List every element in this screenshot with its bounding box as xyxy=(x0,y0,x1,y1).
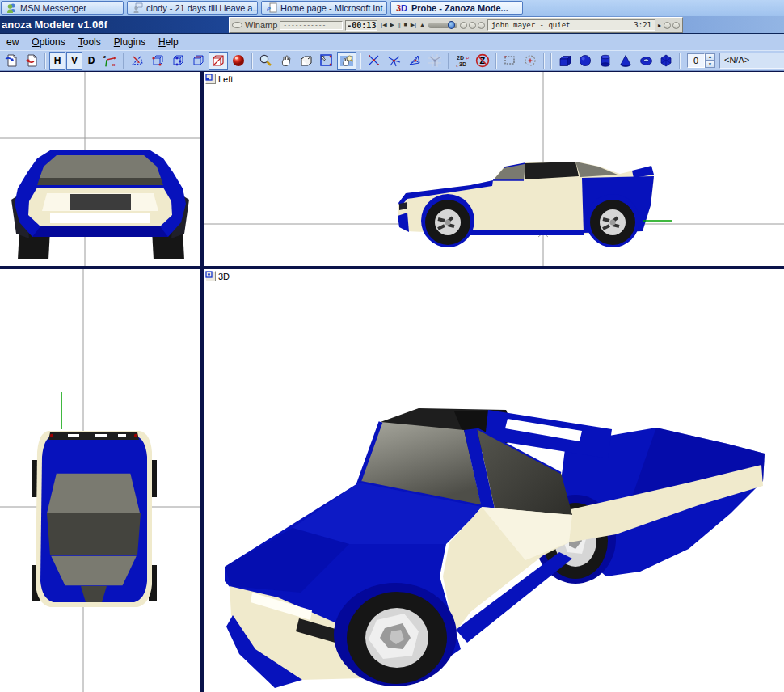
disable-z-button[interactable]: Z xyxy=(473,52,492,70)
taskbar-button-iexplore[interactable]: e Home page - Microsoft Int... xyxy=(261,1,387,15)
import-button[interactable] xyxy=(2,52,21,70)
primitive-torus-icon xyxy=(639,53,654,68)
winamp-shade-button[interactable] xyxy=(460,22,467,29)
primitive-sphere-button[interactable] xyxy=(575,52,595,70)
pan-zoom-button[interactable] xyxy=(337,52,356,70)
cube-faces-icon xyxy=(191,53,205,68)
titlebar[interactable]: anoza Modeler v1.06f Winamp ----------- … xyxy=(0,16,784,34)
mode-2d3d-icon: 2D↵⌞3D xyxy=(455,53,470,68)
axes-button[interactable]: zx xyxy=(100,52,120,70)
spinner-up-button[interactable]: ▲ xyxy=(705,53,715,61)
hand-icon xyxy=(279,53,293,68)
spinner-down-button[interactable]: ▼ xyxy=(705,61,715,68)
zoom-button[interactable] xyxy=(256,52,276,70)
toolbar-separator xyxy=(495,53,497,69)
vertices-level-button[interactable] xyxy=(148,52,167,70)
spinner-value[interactable]: 0 xyxy=(687,53,705,68)
volume-slider[interactable] xyxy=(428,23,457,28)
viewport-label: 3D xyxy=(205,271,230,281)
primitive-torus-button[interactable] xyxy=(636,52,655,70)
no-z-icon: Z xyxy=(475,53,490,68)
vertex-star-icon xyxy=(387,53,402,68)
mode-2d3d-button[interactable]: 2D↵⌞3D xyxy=(453,52,472,70)
circle-select-button[interactable] xyxy=(521,52,540,70)
stop-icon[interactable]: ■ xyxy=(403,18,408,32)
primitive-sphere-icon xyxy=(578,53,592,68)
vertex-grid-button[interactable] xyxy=(425,52,445,70)
taskbar-button-label: MSN Messenger xyxy=(20,3,86,13)
viewport-maximize-button[interactable] xyxy=(205,271,216,281)
vertex-move-button[interactable] xyxy=(365,52,384,70)
axes-icon: zx xyxy=(103,53,117,68)
next-track-icon[interactable]: ▶| xyxy=(410,18,417,32)
primitive-geosphere-icon xyxy=(659,53,673,68)
viewport-maximize-button[interactable] xyxy=(205,74,216,84)
winamp-minimize-button[interactable] xyxy=(469,22,476,29)
primitive-cube-icon xyxy=(558,53,573,68)
rect-select-button[interactable] xyxy=(500,52,520,70)
menu-tools[interactable]: Tools xyxy=(73,35,107,49)
viewport-3d[interactable]: 3D xyxy=(204,269,784,692)
pause-icon[interactable]: || xyxy=(397,18,402,32)
primitive-cylinder-button[interactable] xyxy=(596,52,615,70)
winamp-close-button[interactable] xyxy=(478,22,485,29)
toolbar-separator xyxy=(543,53,545,69)
svg-text:2D: 2D xyxy=(457,55,464,61)
edit-mesh-icon xyxy=(130,53,145,68)
eject-icon[interactable]: ▲ xyxy=(419,18,426,32)
menu-help[interactable]: Help xyxy=(153,35,184,49)
viewport-grid: Left xyxy=(0,71,784,692)
winamp-extra-button-1[interactable] xyxy=(664,22,671,29)
horizontal-mode-button[interactable]: H xyxy=(49,52,65,70)
viewport-back[interactable] xyxy=(0,72,200,266)
export-button[interactable] xyxy=(22,52,41,70)
winamp-time-display: -00:13 xyxy=(345,20,377,31)
volume-knob[interactable] xyxy=(448,21,455,29)
taskbar-button-zmodeler[interactable]: 3D Probe - Zanoza Mode... xyxy=(390,1,523,15)
svg-text:3D: 3D xyxy=(459,61,466,67)
winamp-logo[interactable]: Winamp xyxy=(232,20,277,30)
vertex-grid-disabled-icon xyxy=(428,53,442,68)
pan-button[interactable] xyxy=(276,52,296,70)
winamp-logo-icon xyxy=(232,22,242,28)
edit-mesh-button[interactable] xyxy=(128,52,147,70)
top-view-render xyxy=(0,269,200,692)
taskbar-button-label: cindy - 21 days till i leave a... xyxy=(146,3,258,13)
diagonal-mode-button[interactable]: D xyxy=(83,52,99,70)
winamp-transport: |◀ ▶ || ■ ▶| ▲ xyxy=(380,18,426,32)
menu-view[interactable]: ew xyxy=(1,35,24,49)
winamp-expand-icon[interactable]: ▸ xyxy=(658,22,661,29)
faces-level-button[interactable] xyxy=(188,52,208,70)
objects-mode-button[interactable] xyxy=(209,52,228,70)
vertex-detach-button[interactable] xyxy=(405,52,424,70)
viewport-left[interactable]: Left xyxy=(204,72,784,266)
window-title: anoza Modeler v1.06f xyxy=(2,19,107,31)
svg-text:z: z xyxy=(103,54,106,59)
materials-button[interactable] xyxy=(229,52,248,70)
menu-options[interactable]: Options xyxy=(26,35,70,49)
toolbar-separator xyxy=(251,53,253,69)
taskbar-button-cindy[interactable]: cindy - 21 days till i leave a... xyxy=(127,1,258,15)
menubar: ew Options Tools Plugins Help xyxy=(0,34,784,50)
edges-level-button[interactable] xyxy=(168,52,188,70)
play-icon[interactable]: ▶ xyxy=(390,18,395,32)
zoom-region-button[interactable] xyxy=(317,52,336,70)
vertical-mode-button[interactable]: V xyxy=(66,52,82,70)
magnifier-icon xyxy=(259,53,273,68)
primitive-cone-button[interactable] xyxy=(616,52,635,70)
toolbar-separator xyxy=(448,53,449,69)
viewport-top[interactable] xyxy=(0,269,200,692)
primitive-geosphere-button[interactable] xyxy=(656,52,676,70)
primitive-cube-button[interactable] xyxy=(555,52,575,70)
hand-magnifier-icon xyxy=(339,53,354,68)
selection-field[interactable]: <N/A> xyxy=(719,53,784,69)
svg-text:⌞: ⌞ xyxy=(456,62,458,67)
taskbar-button-msn[interactable]: MSN Messenger xyxy=(1,1,124,15)
primitive-cylinder-icon xyxy=(598,53,613,68)
winamp-seek-slider[interactable]: ----------- xyxy=(280,21,343,30)
vertex-weld-button[interactable] xyxy=(385,52,404,70)
winamp-extra-button-2[interactable] xyxy=(672,22,680,29)
previous-track-icon[interactable]: |◀ xyxy=(380,18,387,32)
orbit-button[interactable] xyxy=(297,52,316,70)
menu-plugins[interactable]: Plugins xyxy=(108,35,151,49)
